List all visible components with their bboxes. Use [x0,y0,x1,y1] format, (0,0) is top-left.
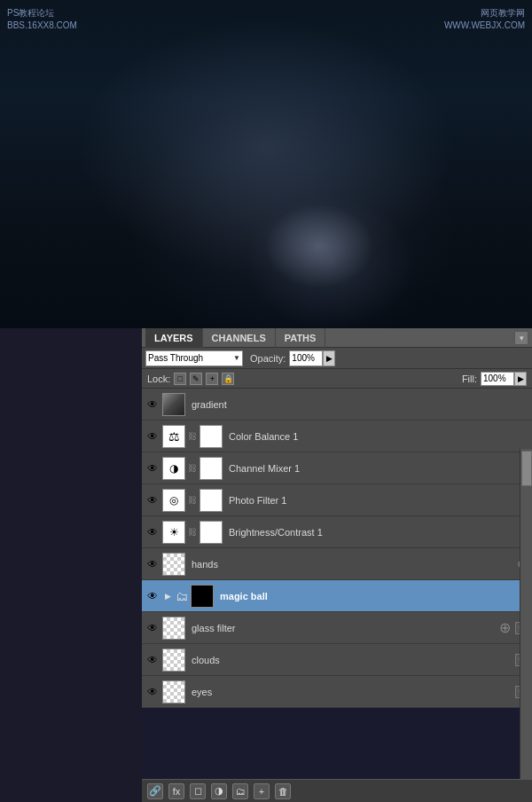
blend-mode-select[interactable]: Pass Through ▼ [145,350,243,366]
tab-layers[interactable]: LAYERS [145,328,203,348]
lock-label: Lock: [147,373,170,384]
scroll-thumb[interactable] [521,451,532,486]
lock-all-icon[interactable]: 🔒 [222,373,234,385]
add-style-button[interactable]: fx [168,783,184,799]
layer-scroll-area: 👁 gradient 👁 ⚖ ⛓ Color Balance 1 👁 [142,389,532,779]
layer-mask-thumbnail [200,425,223,448]
layer-name: hands [188,559,512,570]
layer-thumbnail [162,649,185,672]
layer-name: Brightness/Contrast 1 [225,527,528,538]
tab-channels[interactable]: CHANNELS [203,328,276,348]
eye-visibility-icon[interactable]: 👁 [145,525,160,539]
chain-icon: ⛓ [188,461,197,476]
layer-row[interactable]: 👁 ◑ ⛓ Channel Mixer 1 [142,452,532,484]
lock-row: Lock: □ ✎ + 🔒 Fill: 100% ▶ [142,369,532,389]
link-layers-button[interactable]: 🔗 [147,783,163,799]
layer-thumbnail [162,680,185,704]
folder-icon: 🗂 [176,589,188,603]
new-layer-button[interactable]: + [254,783,270,799]
new-group-button[interactable]: 🗂 [232,783,248,799]
eye-visibility-icon[interactable]: 👁 [145,653,160,667]
opacity-label: Opacity: [250,353,286,364]
layer-row[interactable]: 👁 glass filter ⊕ fx [142,612,532,644]
layer-name: glass filter [188,623,495,633]
layer-thumbnail: ⚖ [162,425,185,448]
side-panel [0,328,142,802]
fill-value[interactable]: 100% [481,372,514,386]
layer-name: Color Balance 1 [225,431,528,442]
layer-group-row[interactable]: 👁 ▶ 🗂 magic ball [142,580,532,612]
layer-row[interactable]: 👁 ◎ ⛓ Photo Filter 1 [142,484,532,516]
eye-visibility-icon[interactable]: 👁 [145,557,160,571]
panel-menu-button[interactable]: ▾ [514,331,528,345]
eye-visibility-icon[interactable]: 👁 [145,429,160,444]
toolbar-row: Pass Through ▼ Opacity: 100% ▶ [142,348,532,369]
layer-badge: ⊕ [499,619,511,636]
bottom-toolbar: 🔗 fx ◻ ◑ 🗂 + 🗑 [142,779,532,802]
tab-paths[interactable]: PATHS [276,328,326,348]
layer-name: eyes [188,687,511,697]
eye-visibility-icon[interactable]: 👁 [145,493,160,507]
layer-row[interactable]: 👁 gradient [142,389,532,421]
layer-name: gradient [188,399,528,410]
eye-visibility-icon[interactable]: 👁 [145,685,160,699]
layer-thumbnail [162,553,185,576]
layer-name: magic ball [216,591,528,602]
add-mask-button[interactable]: ◻ [190,783,206,799]
fill-label: Fill: [462,373,477,384]
layer-row[interactable]: 👁 hands ⊕ [142,548,532,580]
expand-arrow-icon[interactable]: ▶ [162,591,173,602]
eye-visibility-icon[interactable]: 👁 [145,461,160,476]
scrollbar[interactable] [520,449,532,779]
eye-visibility-icon[interactable]: 👁 [145,589,160,603]
layer-thumbnail: ☀ [162,521,185,544]
layer-mask-thumbnail [200,489,223,512]
layer-thumbnail: ◑ [162,457,185,480]
new-adjustment-button[interactable]: ◑ [211,783,227,799]
chain-icon: ⛓ [188,429,197,444]
chain-icon: ⛓ [188,525,197,539]
eye-visibility-icon[interactable]: 👁 [145,397,160,412]
opacity-arrow[interactable]: ▶ [323,350,335,366]
opacity-value[interactable]: 100% [289,350,323,366]
layer-row[interactable]: 👁 eyes fx [142,676,532,708]
watermark-left: PS教程论坛 BBS.16XX8.COM [7,7,77,32]
layer-row[interactable]: 👁 ⚖ ⛓ Color Balance 1 [142,421,532,452]
layer-thumbnail [162,393,185,416]
layer-thumbnail [162,617,185,640]
photo-area: PS教程论坛 BBS.16XX8.COM 网页教学网 WWW.WEBJX.COM [0,0,532,328]
witch-figure [0,0,532,328]
chain-icon: ⛓ [188,493,197,507]
layer-name: Photo Filter 1 [225,495,528,506]
lock-pixels-icon[interactable]: ✎ [190,373,202,385]
lock-position-icon[interactable]: + [206,373,218,385]
layer-thumbnail: ◎ [162,489,185,512]
layer-mask-thumbnail [200,457,223,480]
eye-visibility-icon[interactable]: 👁 [145,621,160,635]
tab-bar: LAYERS CHANNELS PATHS ▾ [142,328,532,348]
layer-row[interactable]: 👁 ☀ ⛓ Brightness/Contrast 1 [142,516,532,548]
lock-transparent-icon[interactable]: □ [174,373,186,385]
layer-name: clouds [188,655,511,665]
layers-panel: LAYERS CHANNELS PATHS ▾ Pass Through ▼ O… [142,328,532,802]
layer-row[interactable]: 👁 clouds fx [142,644,532,676]
layer-name: Channel Mixer 1 [225,463,528,474]
delete-layer-button[interactable]: 🗑 [275,783,291,799]
layer-mask-thumbnail [200,521,223,544]
watermark-right: 网页教学网 WWW.WEBJX.COM [444,7,525,32]
fill-arrow[interactable]: ▶ [514,372,527,386]
layer-thumbnail [191,585,214,608]
